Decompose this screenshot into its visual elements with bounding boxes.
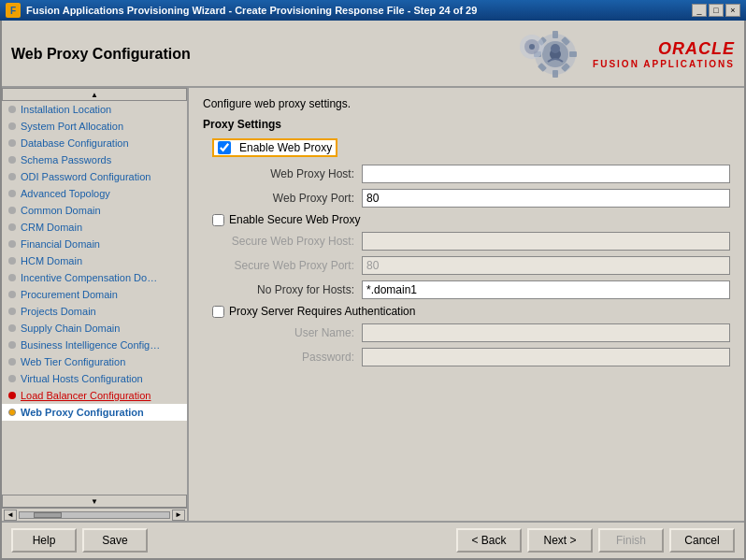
sidebar-item-financial-domain[interactable]: Financial Domain (2, 236, 187, 252)
sidebar-item-label-hcm-domain: HCM Domain (21, 255, 82, 266)
secure-web-proxy-host-input[interactable] (362, 232, 730, 251)
sidebar-item-database-configuration[interactable]: Database Configuration (2, 135, 187, 151)
description: Configure web proxy settings. (203, 97, 730, 110)
sidebar-item-common-domain[interactable]: Common Domain (2, 202, 187, 219)
proxy-auth-row: Proxy Server Requires Authentication (212, 305, 730, 318)
enable-secure-web-proxy-checkbox[interactable] (212, 214, 224, 226)
password-row: Password: (203, 348, 730, 366)
sidebar-item-web-proxy-configuration[interactable]: Web Proxy Configuration (2, 404, 187, 421)
user-name-label: User Name: (203, 326, 362, 339)
sidebar-item-label-web-tier-configuration: Web Tier Configuration (21, 356, 125, 367)
sidebar-item-label-virtual-hosts-configuration: Virtual Hosts Configuration (21, 373, 143, 384)
minimize-button[interactable]: _ (692, 4, 707, 17)
web-proxy-port-row: Web Proxy Port: (203, 189, 730, 208)
oracle-text: ORACLE (658, 39, 735, 59)
enable-secure-web-proxy-row: Enable Secure Web Proxy (212, 213, 730, 226)
cancel-button[interactable]: Cancel (669, 528, 735, 553)
title-bar: F Fusion Applications Provisioning Wizar… (0, 0, 746, 21)
sidebar-item-business-intelligence-config[interactable]: Business Intelligence Config… (2, 337, 187, 353)
sidebar-item-label-business-intelligence-config: Business Intelligence Config… (21, 339, 160, 351)
proxy-settings-title: Proxy Settings (203, 118, 730, 131)
proxy-auth-checkbox[interactable] (212, 306, 224, 318)
sidebar-item-supply-chain-domain[interactable]: Supply Chain Domain (2, 320, 187, 337)
nav-dot-supply-chain-domain (8, 324, 16, 332)
title-bar-text: Fusion Applications Provisioning Wizard … (26, 5, 477, 16)
svg-point-13 (529, 44, 535, 50)
sidebar-item-label-crm-domain: CRM Domain (21, 222, 82, 233)
no-proxy-hosts-label: No Proxy for Hosts: (203, 283, 362, 296)
close-button[interactable]: × (725, 4, 740, 17)
web-proxy-port-input[interactable] (362, 189, 730, 208)
oracle-sub: FUSION APPLICATIONS (593, 59, 735, 69)
password-input[interactable] (362, 348, 730, 366)
sidebar-item-odi-password-configuration[interactable]: ODI Password Configuration (2, 168, 187, 185)
user-name-input[interactable] (362, 323, 730, 342)
secure-web-proxy-port-label: Secure Web Proxy Port: (203, 259, 362, 272)
sidebar-item-incentive-compensation-domain[interactable]: Incentive Compensation Do… (2, 269, 187, 286)
nav-dot-virtual-hosts-configuration (8, 375, 16, 382)
finish-button[interactable]: Finish (598, 528, 664, 553)
back-button[interactable]: < Back (456, 528, 522, 553)
nav-scroll-up[interactable]: ▲ (2, 88, 187, 101)
gear-icon (499, 26, 583, 82)
sidebar-item-label-incentive-compensation-domain: Incentive Compensation Do… (21, 272, 157, 283)
nav-dot-load-balancer-configuration (8, 392, 16, 399)
header-area: Web Proxy Configuration (2, 21, 744, 88)
sidebar-item-system-port-allocation[interactable]: System Port Allocation (2, 118, 187, 135)
save-button[interactable]: Save (82, 528, 148, 553)
sidebar-item-crm-domain[interactable]: CRM Domain (2, 219, 187, 236)
nav-dot-incentive-compensation-domain (8, 274, 16, 281)
no-proxy-hosts-input[interactable] (362, 280, 730, 299)
sidebar-item-label-projects-domain: Projects Domain (21, 306, 96, 317)
nav-hscroll-left[interactable]: ◄ (4, 510, 17, 521)
no-proxy-hosts-row: No Proxy for Hosts: (203, 280, 730, 299)
app-icon: F (6, 3, 21, 18)
next-button[interactable]: Next > (527, 528, 593, 553)
oracle-logo: ORACLE FUSION APPLICATIONS (593, 39, 735, 69)
enable-web-proxy-box: Enable Web Proxy (212, 138, 337, 157)
nav-hscroll-thumb[interactable] (34, 512, 62, 518)
sidebar-item-virtual-hosts-configuration[interactable]: Virtual Hosts Configuration (2, 370, 187, 387)
nav-scroll-down[interactable]: ▼ (2, 495, 187, 508)
nav-dot-database-configuration (8, 139, 16, 147)
sidebar-item-load-balancer-configuration[interactable]: Load Balancer Configuration (2, 387, 187, 404)
sidebar-item-installation-location[interactable]: Installation Location (2, 101, 187, 118)
web-proxy-port-label: Web Proxy Port: (203, 192, 362, 205)
sidebar-item-label-supply-chain-domain: Supply Chain Domain (21, 323, 120, 334)
sidebar-item-label-installation-location: Installation Location (21, 104, 111, 115)
left-nav: ▲ Installation LocationSystem Port Alloc… (2, 88, 189, 521)
sidebar-item-label-system-port-allocation: System Port Allocation (21, 121, 123, 132)
web-proxy-host-row: Web Proxy Host: (203, 165, 730, 183)
proxy-auth-label: Proxy Server Requires Authentication (229, 305, 415, 318)
enable-web-proxy-row: Enable Web Proxy (212, 138, 730, 157)
secure-web-proxy-host-row: Secure Web Proxy Host: (203, 232, 730, 251)
page-title: Web Proxy Configuration (11, 46, 191, 63)
nav-dot-schema-passwords (8, 156, 16, 164)
nav-dot-business-intelligence-config (8, 341, 16, 349)
sidebar-item-label-schema-passwords: Schema Passwords (21, 154, 111, 165)
sidebar-item-advanced-topology[interactable]: Advanced Topology (2, 185, 187, 202)
content-area: ▲ Installation LocationSystem Port Alloc… (2, 88, 744, 521)
svg-rect-6 (569, 51, 577, 57)
maximize-button[interactable]: □ (709, 4, 724, 17)
sidebar-item-label-advanced-topology: Advanced Topology (21, 188, 110, 199)
secure-web-proxy-host-label: Secure Web Proxy Host: (203, 235, 362, 248)
sidebar-item-label-database-configuration: Database Configuration (21, 137, 129, 149)
sidebar-item-web-tier-configuration[interactable]: Web Tier Configuration (2, 353, 187, 370)
sidebar-item-label-web-proxy-configuration: Web Proxy Configuration (21, 407, 144, 418)
sidebar-item-schema-passwords[interactable]: Schema Passwords (2, 151, 187, 168)
sidebar-item-projects-domain[interactable]: Projects Domain (2, 303, 187, 320)
svg-rect-3 (552, 31, 558, 38)
web-proxy-host-label: Web Proxy Host: (203, 167, 362, 180)
main-window: Web Proxy Configuration (0, 21, 746, 560)
help-button[interactable]: Help (11, 528, 77, 553)
nav-hscroll: ◄ ► (2, 508, 187, 521)
svg-point-14 (551, 44, 560, 53)
nav-hscroll-right[interactable]: ► (172, 510, 185, 521)
enable-web-proxy-checkbox[interactable] (218, 141, 231, 154)
secure-web-proxy-port-input[interactable] (362, 256, 730, 275)
sidebar-item-hcm-domain[interactable]: HCM Domain (2, 252, 187, 269)
sidebar-item-procurement-domain[interactable]: Procurement Domain (2, 286, 187, 303)
web-proxy-host-input[interactable] (362, 165, 730, 183)
bottom-left-buttons: Help Save (11, 528, 148, 553)
